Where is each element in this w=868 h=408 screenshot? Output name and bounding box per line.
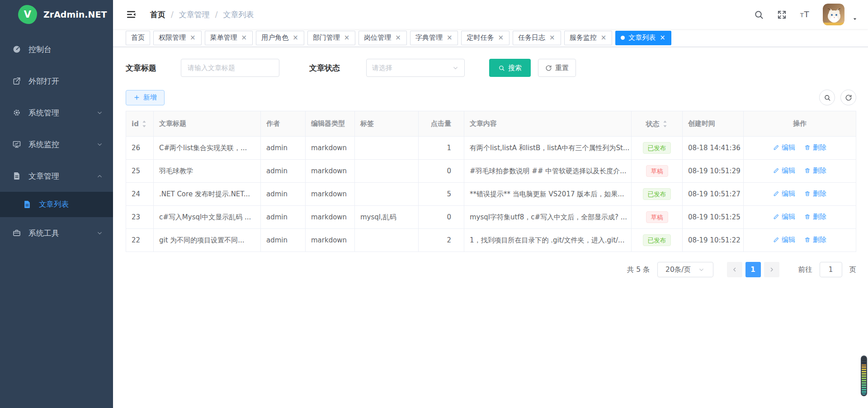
sort-icon[interactable] [141, 119, 147, 128]
chevron-down-icon [96, 230, 103, 237]
tab-article-list[interactable]: 文章列表× [615, 31, 671, 45]
edit-button[interactable]: 编辑 [773, 190, 795, 198]
page-buttons: 1 [727, 262, 779, 277]
tab-perm-admin[interactable]: 权限管理× [153, 31, 202, 45]
column-header-label: 状态 [646, 119, 660, 128]
breadcrumb-home[interactable]: 首页 [150, 9, 165, 20]
tab-label: 字典管理 [415, 33, 443, 42]
pencil-icon [773, 237, 779, 243]
close-icon[interactable]: × [549, 34, 556, 41]
add-button[interactable]: 新增 [126, 90, 165, 105]
column-header-created: 创建时间 [683, 111, 744, 137]
add-button-label: 新增 [143, 93, 157, 102]
edit-button-label: 编辑 [782, 213, 795, 221]
close-icon[interactable]: × [189, 34, 196, 41]
column-header-author: 作者 [261, 111, 306, 137]
toggle-search-button[interactable] [819, 90, 835, 105]
delete-button-label: 删除 [813, 213, 826, 221]
close-icon[interactable]: × [600, 34, 607, 41]
delete-button[interactable]: 删除 [804, 236, 826, 244]
trash-icon [804, 167, 811, 174]
edit-button[interactable]: 编辑 [773, 213, 795, 221]
close-icon[interactable]: × [497, 34, 504, 41]
sidebar-item-system-tools[interactable]: 系统工具 [0, 217, 113, 249]
cell-id: 23 [126, 206, 154, 229]
search-icon[interactable] [754, 9, 764, 20]
sidebar-item-system-monitor[interactable]: 系统监控 [0, 128, 113, 160]
refresh-icon [845, 94, 852, 101]
delete-button[interactable]: 删除 [804, 190, 826, 198]
sidebar-item-article-admin[interactable]: 文章管理 [0, 160, 113, 192]
next-page-button[interactable] [764, 262, 779, 277]
tab-task-log[interactable]: 任务日志× [513, 31, 561, 45]
close-icon[interactable]: × [446, 34, 453, 41]
breadcrumb-article-admin[interactable]: 文章管理 [179, 9, 210, 20]
close-icon[interactable]: × [344, 34, 350, 41]
sidebar-item-external-open[interactable]: 外部打开 [0, 65, 113, 97]
tab-dict-admin[interactable]: 字典管理× [410, 31, 458, 45]
sidebar-item-label: 文章列表 [39, 199, 69, 209]
trash-icon [804, 144, 811, 151]
article-status-label: 文章状态 [309, 63, 366, 73]
cell-editor: markdown [306, 160, 355, 183]
cell-ops: 编辑删除 [744, 229, 856, 252]
select-placeholder: 请选择 [372, 64, 392, 72]
topbar: 首页 / 文章管理 / 文章列表 TT [113, 0, 868, 29]
tab-label: 定时任务 [467, 33, 494, 42]
tab-home[interactable]: 首页 [126, 31, 150, 45]
close-icon[interactable]: × [241, 34, 248, 41]
dashboard-icon [12, 45, 21, 54]
page-number-1[interactable]: 1 [745, 262, 761, 277]
caret-down-icon[interactable] [852, 16, 858, 22]
sidebar-item-system-admin[interactable]: 系统管理 [0, 97, 113, 128]
edit-button[interactable]: 编辑 [773, 236, 795, 244]
cell-id: 22 [126, 229, 154, 252]
chevron-down-icon [698, 266, 705, 273]
search-button[interactable]: 搜索 [489, 59, 531, 77]
app-logo[interactable]: V ZrAdmin.NET [0, 0, 113, 29]
tab-menu-admin[interactable]: 菜单管理× [205, 31, 253, 45]
refresh-table-button[interactable] [840, 90, 856, 105]
cell-editor: markdown [306, 206, 355, 229]
delete-button[interactable]: 删除 [804, 143, 826, 152]
tab-service-monitor[interactable]: 服务监控× [564, 31, 613, 45]
tab-label: 权限管理 [159, 33, 186, 42]
tab-post-admin[interactable]: 岗位管理× [359, 31, 407, 45]
cell-editor: markdown [306, 183, 355, 206]
svg-text:T: T [800, 12, 804, 19]
chevron-down-icon [452, 65, 459, 71]
cell-tag [355, 229, 419, 252]
sidebar-item-label: 控制台 [28, 44, 52, 55]
sidebar-toggle-icon[interactable] [126, 9, 137, 20]
scrollbar-widget[interactable] [861, 356, 867, 396]
close-icon[interactable]: × [395, 34, 401, 41]
close-icon[interactable]: × [292, 34, 299, 41]
cell-ops: 编辑删除 [744, 206, 856, 229]
breadcrumb: 首页 / 文章管理 / 文章列表 [150, 9, 254, 20]
fullscreen-icon[interactable] [777, 9, 787, 20]
tab-user-role[interactable]: 用户角色× [256, 31, 304, 45]
delete-button[interactable]: 删除 [804, 166, 826, 175]
page-size-select[interactable]: 20条/页 [657, 262, 713, 277]
sidebar-item-label: 系统监控 [28, 139, 59, 150]
goto-page-input[interactable] [820, 262, 842, 277]
table-body: 26C#两个list集合实现关联，...adminmarkdown1有两个lis… [126, 137, 856, 252]
edit-button[interactable]: 编辑 [773, 166, 795, 175]
tab-cron-task[interactable]: 定时任务× [461, 31, 509, 45]
font-size-icon[interactable]: TT [800, 9, 810, 20]
sidebar-item-console[interactable]: 控制台 [0, 33, 113, 65]
avatar[interactable] [823, 4, 844, 25]
prev-page-button[interactable] [727, 262, 742, 277]
close-icon[interactable]: × [659, 34, 666, 41]
breadcrumb-article-list: 文章列表 [223, 9, 254, 20]
tab-dept-admin[interactable]: 部门管理× [307, 31, 356, 45]
reset-button[interactable]: 重置 [538, 59, 576, 77]
article-status-select[interactable]: 请选择 [366, 59, 465, 77]
tab-label: 文章列表 [628, 33, 656, 42]
edit-button[interactable]: 编辑 [773, 143, 795, 152]
sidebar-item-article-list[interactable]: 文章列表 [0, 192, 113, 217]
sort-icon[interactable] [662, 119, 668, 128]
cell-ops: 编辑删除 [744, 160, 856, 183]
delete-button[interactable]: 删除 [804, 213, 826, 221]
article-title-input[interactable] [181, 59, 279, 77]
